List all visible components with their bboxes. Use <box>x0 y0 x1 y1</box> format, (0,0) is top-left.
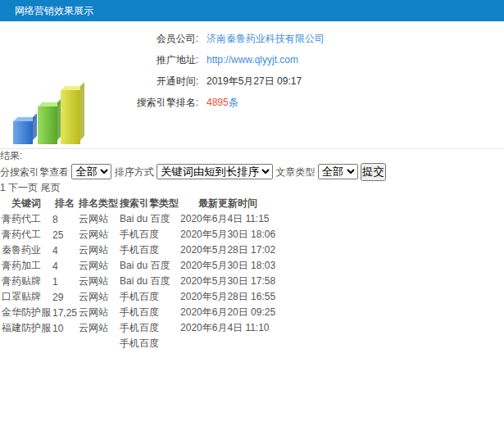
rank-link[interactable]: 1 <box>52 276 58 288</box>
mobile-baidu-badge: 手机百度 <box>120 291 159 302</box>
table-row: 金华防护服 17,25 云网站 手机百度 2020年6月20日 09:25 <box>2 306 275 320</box>
rank-link[interactable]: 17,25 <box>52 307 77 319</box>
filter-controls: 分搜索引擎查看 全部 排序方式 关键词由短到长排序 文章类型 全部 提交 <box>0 163 504 181</box>
engine-select[interactable]: 全部 <box>71 164 111 179</box>
engine-cell: 手机百度 <box>120 243 179 257</box>
baidu-logo: Bai du 百度 <box>120 275 170 287</box>
engine-cell: 手机百度 <box>120 306 179 320</box>
baidu-logo-cn: 百度 <box>150 213 170 224</box>
table-row: 口罩贴牌 29 云网站 手机百度 2020年5月28日 16:55 <box>2 290 275 304</box>
baidu-paw-icon: du <box>137 275 148 287</box>
rank-type-cell: 云网站 <box>79 274 118 288</box>
info-label: 开通时间: <box>123 75 198 88</box>
rank-link[interactable]: 4 <box>52 261 58 272</box>
header-engine-type: 搜索引擎类型 <box>120 197 179 211</box>
keyword-cell: 福建防护服 <box>2 321 51 335</box>
updated-cell: 2020年5月30日 17:58 <box>180 274 275 288</box>
article-filter-label: 文章类型 <box>275 166 315 178</box>
rank-type-cell: 云网站 <box>79 290 118 304</box>
updated-cell: 2020年5月30日 18:06 <box>180 228 275 242</box>
mobile-baidu-label: 手机百度 <box>120 244 159 256</box>
submit-button[interactable]: 提交 <box>361 163 386 181</box>
table-row: 膏药加工 4 云网站 Bai du 百度 2020年5月30日 18:03 <box>2 259 275 273</box>
engine-cell: Bai du 百度 <box>120 212 179 226</box>
rank-link[interactable]: 4 <box>52 245 58 256</box>
baidu-logo: Bai du 百度 <box>120 260 170 271</box>
baidu-paw-icon: du <box>137 213 148 224</box>
updated-cell: 2020年5月28日 16:55 <box>180 290 275 304</box>
rank-type-cell: 云网站 <box>79 321 118 335</box>
baidu-logo-du: du <box>137 213 148 224</box>
rank-link[interactable]: 8 <box>52 214 58 225</box>
info-value: 4895 <box>207 97 229 108</box>
result-label: 结果: <box>0 150 22 161</box>
pagination: 1 下一页 尾页 <box>0 181 504 195</box>
updated-cell: 2020年6月4日 11:10 <box>180 321 275 335</box>
table-header-row: 关键词 排名 排名类型 搜索引擎类型 最新更新时间 <box>2 197 275 211</box>
keyword-rank-table: 关键词 排名 排名类型 搜索引擎类型 最新更新时间 膏药代工 8 云网站 Bai… <box>0 195 277 352</box>
engine-cell: 手机百度 <box>120 290 179 304</box>
page-1-button[interactable]: 1 <box>0 182 6 193</box>
header-rank: 排名 <box>52 197 77 211</box>
baidu-logo-du: du <box>137 275 148 287</box>
updated-cell: 2020年5月30日 18:03 <box>180 259 275 273</box>
info-value: 2019年5月27日 09:17 <box>207 75 302 88</box>
baidu-logo-du: du <box>137 260 148 271</box>
info-label: 会员公司: <box>123 32 198 46</box>
info-row: 搜索引擎排名: 4895条 <box>123 92 325 113</box>
updated-cell: 2020年6月4日 11:15 <box>180 212 275 226</box>
baidu-logo-bai: Bai <box>120 275 134 287</box>
header-rank-type: 排名类型 <box>79 197 118 211</box>
info-row: 推广地址: http://www.qlyyjt.com <box>123 49 325 70</box>
sort-select-wrap: 关键词由短到长排序 <box>157 166 275 178</box>
table-body: 膏药代工 8 云网站 Bai du 百度 2020年6月4日 11:15 膏药代… <box>2 212 275 351</box>
rank-type-cell: 云网站 <box>79 259 118 273</box>
engine-cell: 手机百度 <box>120 337 179 351</box>
rank-link[interactable]: 10 <box>52 323 63 334</box>
rank-type-cell: 云网站 <box>79 306 118 320</box>
rank-type-cell <box>79 337 118 351</box>
info-value-suffix: 条 <box>229 96 238 110</box>
keyword-cell: 金华防护服 <box>2 306 51 320</box>
sort-filter-label: 排序方式 <box>115 166 154 178</box>
next-page-button[interactable]: 下一页 <box>8 182 38 193</box>
mobile-baidu-label: 手机百度 <box>120 306 159 318</box>
info-list: 会员公司: 济南秦鲁药业科技有限公司 推广地址: http://www.qlyy… <box>123 28 325 113</box>
article-select-wrap: 全部 <box>318 166 361 178</box>
article-select[interactable]: 全部 <box>318 164 358 179</box>
info-value[interactable]: 济南秦鲁药业科技有限公司 <box>207 32 325 46</box>
updated-cell: 2020年6月20日 09:25 <box>180 306 275 320</box>
info-row: 开通时间: 2019年5月27日 09:17 <box>123 70 325 92</box>
baidu-logo-bai: Bai <box>120 260 134 271</box>
engine-cell: Bai du 百度 <box>120 274 179 288</box>
rank-type-cell: 云网站 <box>79 243 118 257</box>
chart-bar-yellow <box>61 90 80 144</box>
chart-bar-green <box>38 106 57 144</box>
mobile-baidu-label: 手机百度 <box>120 291 159 302</box>
keyword-cell: 膏药贴牌 <box>2 274 51 288</box>
engine-select-wrap: 全部 <box>71 166 114 178</box>
table-row: 手机百度 <box>2 337 275 351</box>
sort-select[interactable]: 关键词由短到长排序 <box>157 164 273 179</box>
table-row: 膏药代工 8 云网站 Bai du 百度 2020年6月4日 11:15 <box>2 212 275 226</box>
updated-cell <box>180 337 275 351</box>
table-row: 膏药贴牌 1 云网站 Bai du 百度 2020年5月30日 17:58 <box>2 274 275 288</box>
rank-link[interactable]: 29 <box>52 292 63 303</box>
keyword-cell: 膏药代工 <box>2 212 51 226</box>
baidu-paw-icon: du <box>137 260 148 271</box>
keyword-cell: 膏药加工 <box>2 259 51 273</box>
table-row: 福建防护服 10 云网站 手机百度 2020年6月4日 11:10 <box>2 321 275 335</box>
page: 网络营销效果展示 会员公司: 济南秦鲁药业科技有限公司 推广地址: http:/… <box>0 0 504 426</box>
table-row: 膏药代工 25 云网站 手机百度 2020年5月30日 18:06 <box>2 228 275 242</box>
info-value[interactable]: http://www.qlyyjt.com <box>207 54 298 66</box>
mobile-baidu-badge: 手机百度 <box>120 322 159 333</box>
header-keyword: 关键词 <box>2 197 51 211</box>
engine-cell: 手机百度 <box>120 321 179 335</box>
mobile-baidu-badge: 手机百度 <box>120 244 159 256</box>
rank-type-cell: 云网站 <box>79 228 118 242</box>
updated-cell: 2020年5月28日 17:02 <box>180 243 275 257</box>
chart-bar-orange <box>82 70 102 144</box>
last-page-button[interactable]: 尾页 <box>40 182 60 193</box>
rank-link[interactable]: 25 <box>52 229 63 241</box>
info-label: 推广地址: <box>123 53 198 67</box>
